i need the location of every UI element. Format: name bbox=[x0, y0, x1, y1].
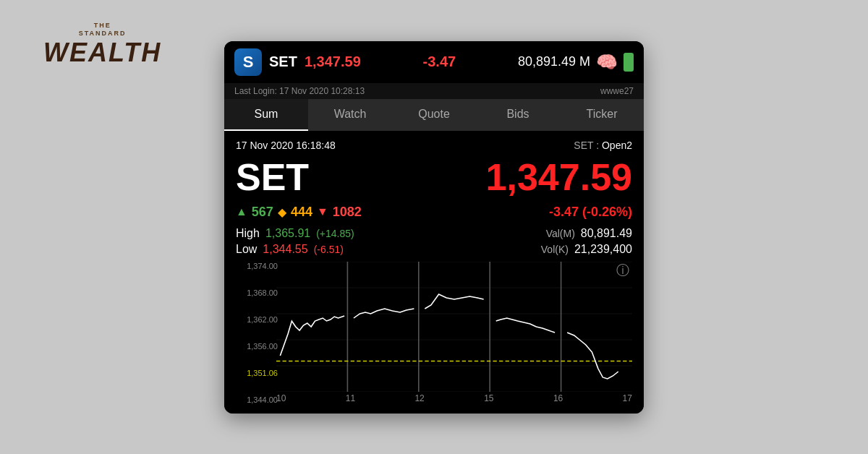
top-bar-right: 80,891.49 M 🧠 bbox=[518, 52, 634, 72]
neutral-arrow-icon: ◆ bbox=[278, 205, 286, 219]
y-axis-labels: 1,374.00 1,368.00 1,362.00 1,356.00 1,35… bbox=[236, 262, 276, 405]
chart-svg-container: 10 11 12 15 16 17 bbox=[276, 262, 632, 405]
down-count: 1082 bbox=[333, 205, 362, 220]
header-price: 1,347.59 bbox=[305, 53, 361, 70]
chart-area: ⓘ 1,374.00 1,368.00 1,362.00 1,356.00 1,… bbox=[236, 262, 632, 405]
status-text: SET : Open2 bbox=[574, 140, 632, 151]
arrows-row: ▲ 567 ◆ 444 ▼ 1082 -3.47 (-0.26%) bbox=[236, 205, 632, 220]
top-bar-left: S SET 1,347.59 bbox=[234, 48, 361, 76]
neutral-count: 444 bbox=[291, 205, 312, 220]
status-label: SET : bbox=[574, 140, 602, 151]
chart-svg bbox=[276, 262, 632, 392]
price-row: SET 1,347.59 bbox=[236, 155, 632, 199]
brain-icon: 🧠 bbox=[596, 52, 618, 72]
y-label-3: 1,362.00 bbox=[236, 315, 278, 324]
x-label-12: 12 bbox=[414, 393, 424, 403]
market-breadth: ▲ 567 ◆ 444 ▼ 1082 bbox=[236, 205, 362, 220]
x-label-10: 10 bbox=[276, 393, 286, 403]
top-bar: S SET 1,347.59 -3.47 80,891.49 M 🧠 bbox=[224, 41, 644, 83]
val-stats: Val(M) 80,891.49 bbox=[540, 227, 632, 240]
brand-logo: THE STANDARD WEALTH bbox=[43, 22, 161, 68]
down-arrow-icon: ▼ bbox=[317, 205, 328, 218]
x-label-17: 17 bbox=[623, 393, 632, 403]
battery-icon bbox=[624, 53, 634, 72]
x-axis-labels: 10 11 12 15 16 17 bbox=[276, 392, 632, 405]
high-row: High 1,365.91 (+14.85) Val(M) 80,891.49 bbox=[236, 227, 632, 240]
change-value: -3.47 (-0.26%) bbox=[549, 205, 632, 220]
high-stats: High 1,365.91 (+14.85) bbox=[236, 227, 354, 240]
low-label: Low bbox=[236, 243, 257, 256]
status-value: Open2 bbox=[602, 140, 632, 151]
tab-watch[interactable]: Watch bbox=[308, 99, 392, 131]
username-text: wwwe27 bbox=[600, 86, 634, 96]
brand-standard-text: THE STANDARD bbox=[43, 22, 161, 38]
y-label-1: 1,374.00 bbox=[236, 262, 278, 270]
tab-bids[interactable]: Bids bbox=[476, 99, 560, 131]
index-name: SET bbox=[236, 155, 309, 199]
vol-label: Vol(K) bbox=[541, 244, 569, 255]
index-label: SET bbox=[269, 53, 297, 70]
low-stats: Low 1,344.55 (-6.51) bbox=[236, 243, 344, 256]
datetime-text: 17 Nov 2020 16:18:48 bbox=[236, 140, 336, 151]
tab-sum[interactable]: Sum bbox=[224, 99, 308, 131]
last-login-text: Last Login: 17 Nov 2020 10:28:13 bbox=[234, 86, 365, 96]
phone-container: S SET 1,347.59 -3.47 80,891.49 M 🧠 Last … bbox=[224, 41, 644, 414]
y-label-ref: 1,351.06 bbox=[236, 369, 278, 377]
up-arrow-icon: ▲ bbox=[236, 205, 247, 218]
low-change: (-6.51) bbox=[314, 244, 344, 255]
val-value: 80,891.49 bbox=[581, 227, 632, 240]
main-content: 17 Nov 2020 16:18:48 SET : Open2 SET 1,3… bbox=[224, 131, 644, 414]
nav-tabs: Sum Watch Quote Bids Ticker bbox=[224, 99, 644, 131]
up-count: 567 bbox=[252, 205, 273, 220]
x-label-11: 11 bbox=[346, 393, 355, 403]
brand-wealth-text: WEALTH bbox=[43, 38, 161, 68]
x-label-16: 16 bbox=[553, 393, 563, 403]
chart-with-labels: 1,374.00 1,368.00 1,362.00 1,356.00 1,35… bbox=[236, 262, 632, 405]
high-change: (+14.85) bbox=[316, 228, 354, 239]
high-value: 1,365.91 bbox=[265, 227, 310, 240]
low-value: 1,344.55 bbox=[263, 243, 307, 256]
big-price: 1,347.59 bbox=[486, 155, 632, 199]
y-label-5: 1,344.00 bbox=[236, 395, 278, 404]
y-label-2: 1,368.00 bbox=[236, 288, 278, 297]
y-label-4: 1,356.00 bbox=[236, 342, 278, 351]
app-icon: S bbox=[234, 48, 262, 76]
login-bar: Last Login: 17 Nov 2020 10:28:13 wwwe27 bbox=[224, 83, 644, 99]
high-label: High bbox=[236, 227, 260, 240]
vol-stats: Vol(K) 21,239,400 bbox=[535, 243, 632, 256]
low-row: Low 1,344.55 (-6.51) Vol(K) 21,239,400 bbox=[236, 243, 632, 256]
vol-value: 21,239,400 bbox=[574, 243, 632, 256]
tab-quote[interactable]: Quote bbox=[392, 99, 476, 131]
val-label: Val(M) bbox=[546, 228, 575, 239]
tab-ticker[interactable]: Ticker bbox=[560, 99, 644, 131]
header-volume: 80,891.49 M bbox=[518, 54, 590, 69]
header-change: -3.47 bbox=[423, 53, 456, 70]
datetime-row: 17 Nov 2020 16:18:48 SET : Open2 bbox=[236, 140, 632, 151]
top-bar-mid: -3.47 bbox=[423, 53, 456, 70]
x-label-15: 15 bbox=[484, 393, 493, 403]
